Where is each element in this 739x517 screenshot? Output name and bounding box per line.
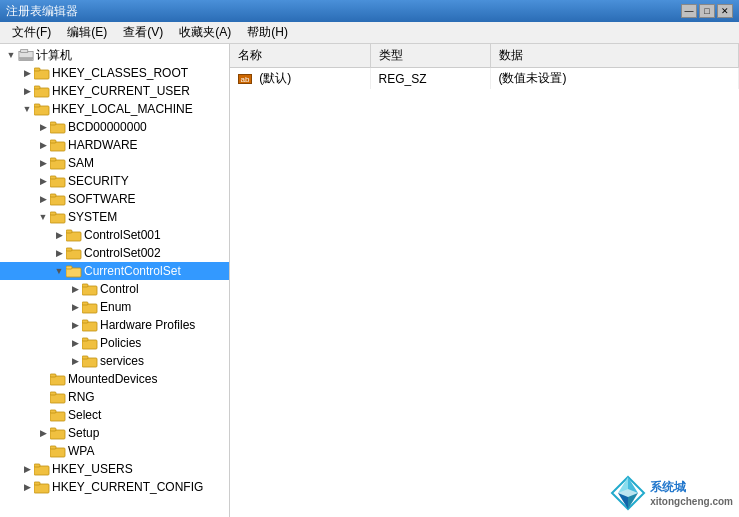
expand-hkey-current-config[interactable]: ▶ [20, 480, 34, 494]
expand-currentcontrolset[interactable]: ▼ [52, 264, 66, 278]
tree-row-services[interactable]: ▶ services [0, 352, 229, 370]
svg-rect-30 [82, 302, 88, 305]
menu-view[interactable]: 查看(V) [115, 22, 171, 43]
tree-row-enum[interactable]: ▶ Enum [0, 298, 229, 316]
tree-row-hardware-profiles[interactable]: ▶ Hardware Profiles [0, 316, 229, 334]
tree-row-computer[interactable]: ▼ 计算机 [0, 46, 229, 64]
table-row[interactable]: ab (默认) REG_SZ (数值未设置) [230, 68, 739, 90]
tree-row-policies[interactable]: ▶ Policies [0, 334, 229, 352]
watermark: 系统城 xitongcheng.com [610, 475, 733, 511]
close-button[interactable]: ✕ [717, 4, 733, 18]
expand-hkey-current-user[interactable]: ▶ [20, 84, 34, 98]
svg-rect-20 [50, 212, 56, 215]
software-label: SOFTWARE [68, 192, 136, 206]
expand-system[interactable]: ▼ [36, 210, 50, 224]
expand-hkey-local-machine[interactable]: ▼ [20, 102, 34, 116]
setup-label: Setup [68, 426, 99, 440]
rng-label: RNG [68, 390, 95, 404]
svg-rect-36 [82, 356, 88, 359]
tree-row-software[interactable]: ▶ SOFTWARE [0, 190, 229, 208]
folder-icon-security [50, 174, 66, 188]
folder-icon-classes-root [34, 66, 50, 80]
tree-row-hkey-classes-root[interactable]: ▶ HKEY_CLASSES_ROOT [0, 64, 229, 82]
svg-rect-4 [34, 68, 40, 71]
expand-hkey-users[interactable]: ▶ [20, 462, 34, 476]
svg-rect-42 [50, 410, 56, 413]
tree-row-hkey-current-config[interactable]: ▶ HKEY_CURRENT_CONFIG [0, 478, 229, 496]
hardware-label: HARDWARE [68, 138, 138, 152]
tree-row-sam[interactable]: ▶ SAM [0, 154, 229, 172]
col-type[interactable]: 类型 [370, 44, 490, 68]
tree-row-wpa[interactable]: · WPA [0, 442, 229, 460]
svg-rect-44 [50, 428, 56, 431]
expand-security[interactable]: ▶ [36, 174, 50, 188]
select-label: Select [68, 408, 101, 422]
expand-control[interactable]: ▶ [68, 282, 82, 296]
expand-setup[interactable]: ▶ [36, 426, 50, 440]
tree-row-bcd[interactable]: ▶ BCD00000000 [0, 118, 229, 136]
expand-enum[interactable]: ▶ [68, 300, 82, 314]
maximize-button[interactable]: □ [699, 4, 715, 18]
reg-value-icon: ab [238, 74, 252, 84]
svg-rect-18 [50, 194, 56, 197]
tree-row-hkey-current-user[interactable]: ▶ HKEY_CURRENT_USER [0, 82, 229, 100]
menu-favorites[interactable]: 收藏夹(A) [171, 22, 239, 43]
tree-row-controlset002[interactable]: ▶ ControlSet002 [0, 244, 229, 262]
expand-policies[interactable]: ▶ [68, 336, 82, 350]
svg-rect-12 [50, 140, 56, 143]
minimize-button[interactable]: — [681, 4, 697, 18]
expand-software[interactable]: ▶ [36, 192, 50, 206]
tree-node-computer: ▼ 计算机 ▶ HKEY_C [0, 46, 229, 496]
tree-row-system[interactable]: ▼ SYSTEM [0, 208, 229, 226]
menu-help[interactable]: 帮助(H) [239, 22, 296, 43]
tree-row-control[interactable]: ▶ Control [0, 280, 229, 298]
expand-controlset002[interactable]: ▶ [52, 246, 66, 260]
tree-row-hardware[interactable]: ▶ HARDWARE [0, 136, 229, 154]
expand-hardware-profiles[interactable]: ▶ [68, 318, 82, 332]
tree-row-currentcontrolset[interactable]: ▼ CurrentControlSet [0, 262, 229, 280]
expand-bcd[interactable]: ▶ [36, 120, 50, 134]
col-data[interactable]: 数据 [490, 44, 739, 68]
tree-row-mounted-devices[interactable]: · MountedDevices [0, 370, 229, 388]
expand-controlset001[interactable]: ▶ [52, 228, 66, 242]
expand-computer[interactable]: ▼ [4, 48, 18, 62]
expand-hardware[interactable]: ▶ [36, 138, 50, 152]
folder-icon-hardware-profiles [82, 318, 98, 332]
title-bar: 注册表编辑器 — □ ✕ [0, 0, 739, 22]
menu-bar: 文件(F) 编辑(E) 查看(V) 收藏夹(A) 帮助(H) [0, 22, 739, 44]
reg-data-cell: (数值未设置) [490, 68, 739, 90]
tree-row-security[interactable]: ▶ SECURITY [0, 172, 229, 190]
tree-row-select[interactable]: · Select [0, 406, 229, 424]
menu-file[interactable]: 文件(F) [4, 22, 59, 43]
tree-row-hkey-users[interactable]: ▶ HKEY_USERS [0, 460, 229, 478]
expand-services[interactable]: ▶ [68, 354, 82, 368]
svg-rect-6 [34, 86, 40, 89]
col-name[interactable]: 名称 [230, 44, 370, 68]
tree-panel[interactable]: ▼ 计算机 ▶ HKEY_C [0, 44, 230, 517]
tree-row-rng[interactable]: · RNG [0, 388, 229, 406]
folder-icon-users [34, 462, 50, 476]
svg-rect-34 [82, 338, 88, 341]
hkey-current-user-label: HKEY_CURRENT_USER [52, 84, 190, 98]
svg-rect-1 [21, 50, 28, 53]
folder-icon-bcd [50, 120, 66, 134]
svg-rect-8 [34, 104, 40, 107]
services-label: services [100, 354, 144, 368]
reg-type-cell: REG_SZ [370, 68, 490, 90]
menu-edit[interactable]: 编辑(E) [59, 22, 115, 43]
folder-icon-wpa [50, 444, 66, 458]
svg-rect-22 [66, 230, 72, 233]
computer-icon [18, 48, 34, 62]
expand-hkey-classes-root[interactable]: ▶ [20, 66, 34, 80]
tree-row-hkey-local-machine[interactable]: ▼ HKEY_LOCAL_MACHINE [0, 100, 229, 118]
tree-row-controlset001[interactable]: ▶ ControlSet001 [0, 226, 229, 244]
controlset002-label: ControlSet002 [84, 246, 161, 260]
tree-row-setup[interactable]: ▶ Setup [0, 424, 229, 442]
computer-label: 计算机 [36, 47, 72, 64]
svg-rect-32 [82, 320, 88, 323]
hkey-classes-root-label: HKEY_CLASSES_ROOT [52, 66, 188, 80]
system-label: SYSTEM [68, 210, 117, 224]
expand-sam[interactable]: ▶ [36, 156, 50, 170]
watermark-text: 系统城 xitongcheng.com [650, 479, 733, 507]
enum-label: Enum [100, 300, 131, 314]
